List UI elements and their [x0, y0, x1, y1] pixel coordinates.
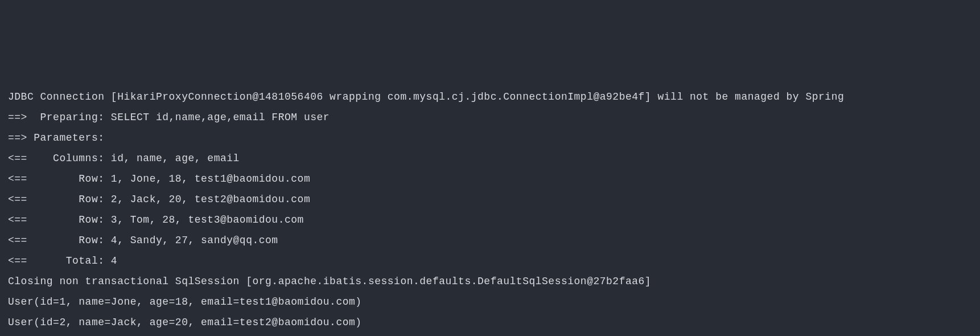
log-line-columns: <== Columns: id, name, age, email — [8, 148, 972, 169]
log-line-preparing: ==> Preparing: SELECT id,name,age,email … — [8, 107, 972, 128]
log-line-row: <== Row: 3, Tom, 28, test3@baomidou.com — [8, 210, 972, 230]
log-line-total: <== Total: 4 — [8, 251, 972, 271]
log-line-row: <== Row: 4, Sandy, 27, sandy@qq.com — [8, 230, 972, 251]
log-line-parameters: ==> Parameters: — [8, 128, 972, 148]
log-line-jdbc-connection: JDBC Connection [HikariProxyConnection@1… — [8, 87, 972, 107]
log-line-closing-session: Closing non transactional SqlSession [or… — [8, 271, 972, 292]
log-line-user-output: User(id=2, name=Jack, age=20, email=test… — [8, 312, 972, 333]
log-line-user-output: User(id=1, name=Jone, age=18, email=test… — [8, 292, 972, 312]
log-line-user-output: User(id=3, name=Tom, age=28, email=test3… — [8, 333, 972, 336]
log-line-row: <== Row: 1, Jone, 18, test1@baomidou.com — [8, 169, 972, 189]
log-line-row: <== Row: 2, Jack, 20, test2@baomidou.com — [8, 189, 972, 210]
